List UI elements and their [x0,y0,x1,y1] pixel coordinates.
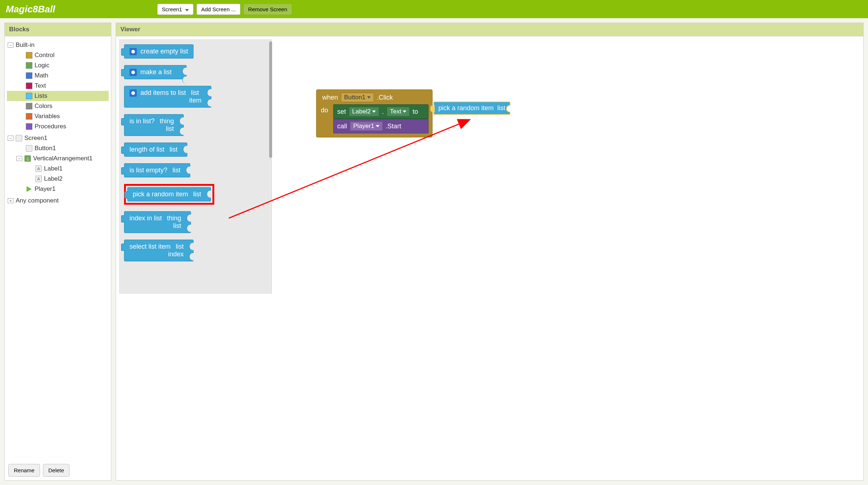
blocks-panel-footer: Rename Delete [5,460,111,480]
topbar: Magic8Ball Screen1 Add Screen ... Remove… [0,0,868,18]
blocks-panel: Blocks − Built-in Control Logic Math Tex… [4,23,111,481]
tree-screen1[interactable]: − Screen1 [7,133,109,143]
category-lists[interactable]: Lists [7,91,109,101]
gear-icon[interactable] [130,89,137,97]
chevron-down-icon [367,96,371,99]
logic-color-icon [26,62,32,69]
component-button1[interactable]: Button1 [7,143,109,153]
screen-dropdown-button[interactable]: Screen1 [157,4,194,15]
viewer-panel-header: Viewer [116,23,863,36]
tree-any-component[interactable]: + Any component [7,196,109,206]
add-screen-button[interactable]: Add Screen ... [196,4,240,15]
category-variables[interactable]: Variables [7,111,109,121]
expand-icon[interactable]: + [8,198,13,203]
button-icon [26,145,32,152]
blocks-tree: − Built-in Control Logic Math Text L [5,36,111,460]
collapse-icon[interactable]: − [8,43,13,48]
rename-button[interactable]: Rename [8,464,40,477]
connector-icon [430,105,435,112]
viewer-workspace[interactable]: create empty list make a list add items … [116,36,863,480]
category-procedures[interactable]: Procedures [7,121,109,132]
block-make-a-list[interactable]: make a list [124,65,187,79]
label-icon: A [35,176,42,182]
chevron-down-icon [403,111,406,113]
chevron-down-icon [185,9,189,11]
component-label1[interactable]: A Label1 [7,164,109,174]
do-keyword: do [321,104,333,133]
when-keyword: when [322,94,338,101]
attached-pick-random-block[interactable]: pick a random item list [433,101,510,115]
category-logic[interactable]: Logic [7,60,109,71]
collapse-icon[interactable]: − [8,136,13,141]
category-control[interactable]: Control [7,50,109,60]
label-icon: A [35,165,42,172]
control-color-icon [26,52,32,59]
component-dropdown[interactable]: Label2 [349,107,379,116]
component-player1[interactable]: Player1 [7,184,109,194]
colors-color-icon [26,103,32,109]
when-button1-click-block[interactable]: when Button1 .Click do set [316,89,433,137]
socket-icon [506,105,510,112]
block-is-in-list[interactable]: is in list? thing list [124,114,184,136]
play-icon [26,186,32,192]
arrangement-icon: ▯ [24,155,31,162]
lists-palette-flyout: create empty list make a list add items … [119,39,272,294]
category-math[interactable]: Math [7,71,109,81]
variables-color-icon [26,113,32,120]
remove-screen-button[interactable]: Remove Screen [243,4,292,15]
block-is-list-empty[interactable]: is list empty? list [124,163,190,177]
block-add-items-to-list[interactable]: add items to list list item [124,86,211,108]
block-length-of-list[interactable]: length of list list [124,143,187,157]
component-dropdown[interactable]: Button1 [341,93,374,102]
tree-builtin[interactable]: − Built-in [7,40,109,50]
block-index-in-list[interactable]: index in list thing list [124,211,191,233]
set-label2-text-block[interactable]: set Label2 . Text to [333,104,429,119]
palette-scrollbar[interactable] [269,41,272,158]
blocks-panel-header: Blocks [5,23,111,36]
procedures-color-icon [26,123,32,130]
annotation-red-box: pick a random item list [124,184,214,205]
block-select-list-item[interactable]: select list item list index [124,240,194,261]
math-color-icon [26,72,32,79]
component-vertical-arrangement[interactable]: − ▯ VerticalArrangement1 [7,153,109,164]
viewer-panel: Viewer create empty list make a list [116,23,864,481]
gear-icon[interactable] [130,69,137,76]
category-colors[interactable]: Colors [7,101,109,111]
property-dropdown[interactable]: Text [387,107,410,116]
category-text[interactable]: Text [7,81,109,91]
collapse-icon[interactable]: − [16,156,22,161]
lists-color-icon [26,93,32,99]
event-name: .Click [377,94,393,101]
delete-button[interactable]: Delete [43,464,69,477]
chevron-down-icon [372,111,376,113]
screen-icon [16,135,22,141]
app-title: Magic8Ball [6,4,55,15]
component-dropdown[interactable]: Player1 [350,121,383,131]
gear-icon[interactable] [130,48,137,55]
block-create-empty-list[interactable]: create empty list [124,44,194,59]
block-pick-random-item[interactable]: pick a random item list [127,187,211,201]
call-player1-start-block[interactable]: call Player1 .Start [333,119,429,133]
text-color-icon [26,83,32,89]
chevron-down-icon [376,125,379,127]
component-label2[interactable]: A Label2 [7,174,109,184]
